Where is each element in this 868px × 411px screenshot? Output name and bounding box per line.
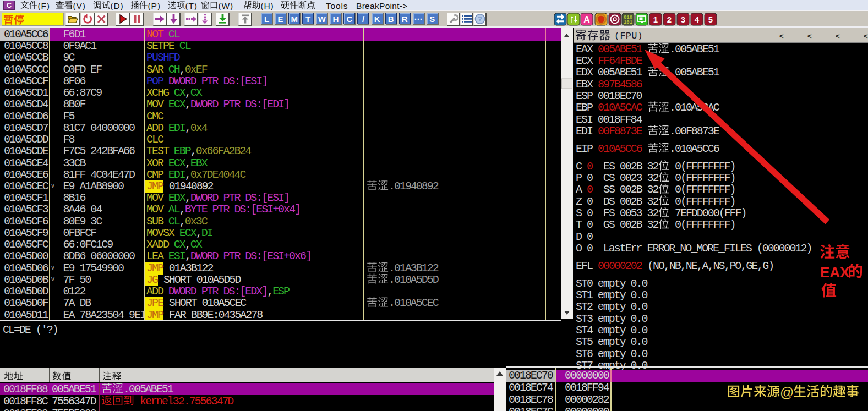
svg-text:101: 101	[624, 20, 633, 25]
svg-text:2: 2	[667, 15, 672, 24]
svg-text:A: A	[583, 15, 590, 24]
svg-text:?: ?	[478, 15, 482, 23]
svg-text:1: 1	[653, 15, 658, 24]
svg-text:3: 3	[681, 15, 685, 24]
svg-text:4: 4	[695, 15, 700, 24]
svg-text:5: 5	[708, 15, 713, 24]
